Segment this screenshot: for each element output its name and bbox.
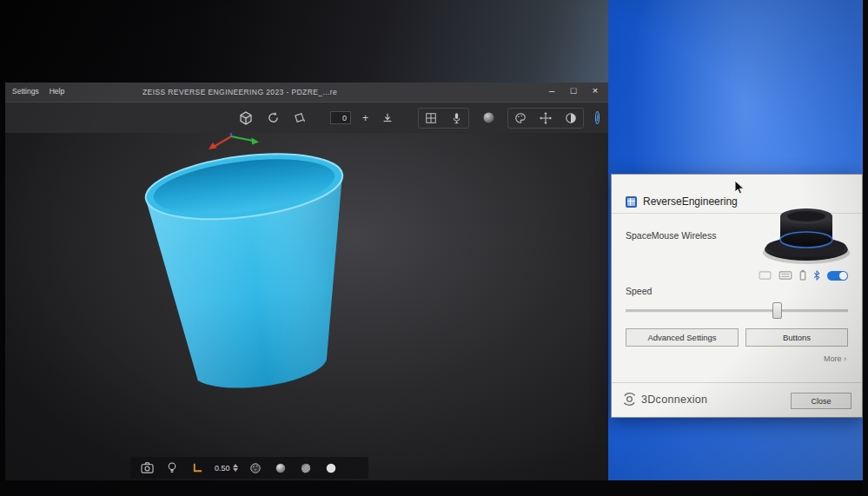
corner-axes-icon[interactable] (189, 460, 205, 476)
maximize-button[interactable]: □ (567, 85, 580, 96)
display-tool-group (507, 108, 584, 129)
screenshot-icon[interactable] (139, 460, 155, 476)
spacemouse-product-image (758, 195, 855, 267)
3dconnexion-logo-icon (622, 392, 637, 407)
brand-name: 3Dconnexion (641, 393, 707, 406)
add-button[interactable]: + (362, 112, 368, 124)
viewport-bottom-toolbar: 0.50 (130, 457, 368, 479)
device-name: SpaceMouse Wireless (626, 230, 716, 241)
wireless-toggle[interactable] (827, 271, 848, 281)
brand-logo: 3Dconnexion (622, 392, 707, 407)
speed-slider[interactable] (626, 301, 848, 319)
sphere-wireframe-icon[interactable] (248, 460, 263, 476)
opacity-value: 0.50 (215, 464, 230, 473)
viewport-3d[interactable]: 0.50 (5, 133, 608, 480)
opacity-stepper[interactable]: 0.50 (215, 464, 238, 473)
layout-grid-icon[interactable] (423, 110, 439, 126)
window-title: ZEISS REVERSE ENGINEERING 2023 - PDZRE_.… (142, 88, 337, 96)
app-icon (626, 196, 637, 208)
advanced-settings-button[interactable]: Advanced Settings (626, 328, 739, 347)
palette-icon[interactable] (513, 110, 528, 126)
view-tool-group (418, 108, 469, 129)
material-sphere-icon[interactable] (480, 110, 496, 126)
info-icon[interactable]: i (595, 111, 600, 124)
dark-backdrop (0, 0, 608, 83)
menu-settings[interactable]: Settings (12, 87, 39, 96)
more-link[interactable]: More › (824, 354, 846, 363)
slider-thumb[interactable] (772, 302, 782, 319)
cube-icon[interactable] (238, 110, 254, 126)
panel-close-button[interactable]: Close (791, 393, 851, 409)
slider-track[interactable] (626, 309, 848, 313)
rotate-icon[interactable] (265, 110, 281, 126)
import-icon[interactable] (380, 110, 395, 126)
keyboard-icon (779, 271, 792, 280)
zeiss-window: Settings Help ZEISS REVERSE ENGINEERING … (5, 83, 608, 480)
main-toolbar: 0 + (5, 102, 608, 133)
bluetooth-icon (813, 270, 820, 281)
probe-icon[interactable] (448, 110, 464, 126)
status-icons-row (759, 270, 848, 281)
monitor-bezel (0, 480, 868, 496)
numpad-icon (759, 271, 772, 280)
move-icon[interactable] (538, 110, 553, 126)
sphere-shaded-icon[interactable] (273, 460, 288, 476)
sphere-hatched-icon[interactable] (298, 460, 314, 476)
monitor-photo: Settings Help ZEISS REVERSE ENGINEERING … (0, 0, 868, 496)
panel-title: ReverseEngineering (643, 195, 738, 208)
buttons-button[interactable]: Buttons (745, 328, 848, 347)
menu-bar: Settings Help (12, 87, 64, 96)
battery-icon (799, 270, 806, 281)
menu-help[interactable]: Help (50, 87, 64, 96)
spacemouse-panel: ReverseEngineering SpaceMouse Wireless (611, 174, 863, 418)
stepper-arrows[interactable] (233, 464, 238, 472)
panel-footer: 3Dconnexion Close (612, 382, 862, 417)
close-button[interactable]: × (589, 85, 601, 96)
speed-label: Speed (626, 286, 652, 296)
fill-tool-icon[interactable] (292, 110, 308, 126)
monitor-bezel-right (863, 0, 868, 496)
title-bar[interactable]: Settings Help ZEISS REVERSE ENGINEERING … (5, 83, 608, 102)
sphere-solid-icon[interactable] (323, 460, 339, 476)
light-icon[interactable] (164, 460, 180, 476)
minimize-button[interactable]: – (546, 85, 558, 96)
model-bucket (142, 140, 368, 418)
count-input[interactable]: 0 (330, 111, 351, 124)
shading-icon[interactable] (563, 110, 579, 126)
